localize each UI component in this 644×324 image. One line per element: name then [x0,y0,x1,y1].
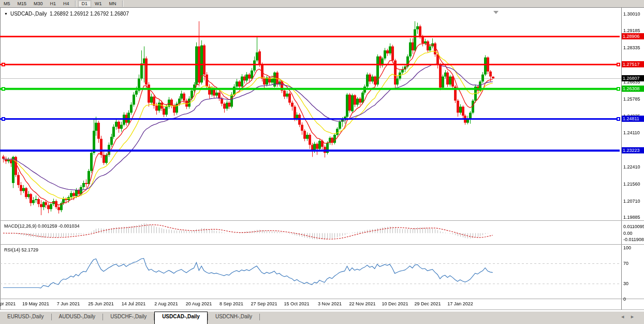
macd-axis-tick: -0.0119085 [623,237,644,242]
tab-scroll-right-icon: ► [630,314,640,319]
date-axis-label: 22 Nov 2021 [349,301,375,306]
date-axis-label: 8 Sep 2021 [219,301,243,306]
price-axis-tick: 1.24110 [623,130,640,135]
mt4-chart-window: M5M15M30H1H4D1W1MN ▼USDCAD-,Daily 1.2689… [0,0,644,324]
chart-tab-usdcnh[interactable]: USDCNH-,Daily [208,312,259,324]
timeframe-button-m15[interactable]: M15 [14,1,31,7]
date-axis-label: 15 Oct 2021 [284,301,309,306]
chart-tab-eurusd[interactable]: EURUSD-,Daily [0,312,51,324]
rsi-axis-tick: 70 [623,261,628,266]
tab-scroll-left-icon: ◄ [620,314,630,319]
symbol-name: USDCAD-,Daily [10,11,47,17]
date-axis-label: 25 Jun 2021 [88,301,114,306]
chart-tab-usdcad[interactable]: USDCAD-,Daily [154,312,208,324]
chart-shift-marker-icon[interactable] [493,11,499,14]
price-chart-canvas[interactable] [0,0,644,324]
timeframe-button-mn[interactable]: MN [106,1,120,7]
rsi-axis-tick: 0 [623,297,626,302]
timeframe-button-w1[interactable]: W1 [91,1,106,7]
price-line-badge: 1.23223 [622,147,644,153]
rsi-indicator-label: RSI(14) 52.1729 [4,247,38,252]
date-axis-label: 3 Nov 2021 [318,301,342,306]
toolbar-separator [122,1,123,7]
price-axis-tick: 1.28335 [623,45,640,50]
current-price-badge: 1.26807 [622,75,644,81]
price-line-badge: 1.27517 [622,61,644,67]
date-axis-label: 17 Jan 2022 [447,301,473,306]
date-axis-label: 30 Apr 2021 [0,301,16,306]
macd-axis-tick: 0.00 [623,231,633,236]
price-line-badge: 1.28906 [622,33,644,39]
date-axis-label: 29 Dec 2021 [414,301,441,306]
symbol-dropdown-icon[interactable]: ▼ [4,12,8,16]
price-axis-tick: 1.25785 [623,96,640,102]
date-axis-label: 20 Aug 2021 [186,301,212,306]
price-axis-tick: 1.20710 [623,199,640,204]
rsi-axis-tick: 100 [623,245,631,250]
timeframe-button-h1[interactable]: H1 [47,1,60,7]
timeframe-button-d1[interactable]: D1 [78,1,92,7]
macd-indicator-label: MACD(12,26,9) 0.001259 -0.001034 [4,223,80,229]
chart-title: ▼USDCAD-,Daily 1.26892 1.26912 1.26792 1… [4,11,129,17]
price-axis-tick: 1.29185 [623,28,640,33]
date-axis-label: 2 Aug 2021 [154,301,178,306]
price-axis-tick: 1.21560 [623,181,640,187]
date-axis-label: 7 Jun 2021 [57,301,80,306]
price-axis-tick: 1.19885 [623,215,640,220]
date-axis-label: 27 Sep 2021 [251,301,277,306]
chart-tab-bar: EURUSD-,DailyAUDUSD-,DailyUSDCHF-,DailyU… [0,311,644,324]
toolbar-separator [75,1,76,7]
date-axis-label: 14 Jul 2021 [122,301,146,306]
price-axis-tick: 1.22410 [623,164,640,170]
rsi-axis-tick: 30 [623,281,628,286]
chart-tab-audusd[interactable]: AUDUSD-,Daily [52,312,103,324]
macd-axis-tick: 0.0110095 [623,224,644,229]
chart-tab-usdchf[interactable]: USDCHF-,Daily [103,312,154,324]
timeframe-button-h4[interactable]: H4 [60,1,73,7]
price-line-badge: 1.24811 [622,116,644,122]
price-line-badge: 1.26308 [622,86,644,92]
price-axis-tick: 1.30010 [623,11,640,17]
tab-scroll-arrows[interactable]: ◄► [620,314,640,319]
timeframe-button-m30[interactable]: M30 [30,1,47,7]
timeframe-button-m5[interactable]: M5 [0,1,14,7]
tab-separator [259,314,260,320]
date-axis-label: 10 Dec 2021 [382,301,408,306]
ohlc-readout: 1.26892 1.26912 1.26792 1.26807 [50,11,129,17]
timeframe-toolbar: M5M15M30H1H4D1W1MN [0,0,644,8]
date-axis-label: 19 May 2021 [22,301,49,306]
